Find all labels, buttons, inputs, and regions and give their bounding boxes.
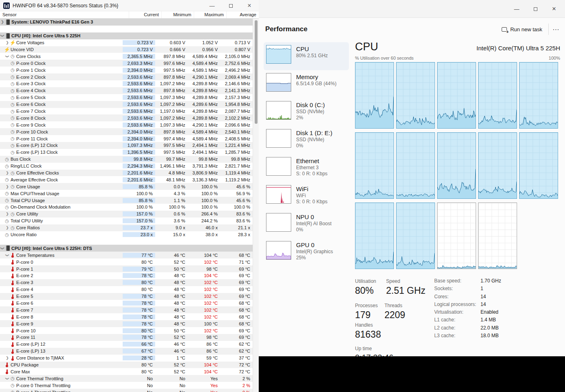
core-graph-1[interactable] — [396, 62, 435, 129]
sensor-row[interactable]: ◷Max CPU/Thread Usage100.0 %4.3 %100.0 %… — [0, 190, 253, 197]
sensor-row[interactable]: ◷E-core 5 Clock2,593.6 MHz1,097.3 MHz4,2… — [0, 94, 253, 101]
sidebar-item-cpu[interactable]: CPU80% 2.51 GHz — [264, 42, 349, 70]
expander-chevron[interactable]: ❯ — [0, 33, 4, 38]
core-graph-11[interactable] — [396, 202, 435, 269]
sensor-row[interactable]: ◷Average Effective Clock2,201.6 MHz48.1 … — [0, 176, 253, 183]
core-graph-12-parked[interactable] — [437, 202, 476, 269]
sensor-row[interactable]: ⚡Uncore VID0.723 V0.666 V0.956 V0.807 V — [0, 46, 253, 53]
core-graph-7[interactable] — [437, 132, 476, 199]
sensor-row[interactable]: ◷E-core 4 Clock2,593.6 MHz897.8 MHz4,289… — [0, 87, 253, 94]
sensor-row[interactable]: ◷E-core 3 Clock2,593.6 MHz1,097.2 MHz4,2… — [0, 80, 253, 87]
more-options-button[interactable]: ... — [550, 23, 562, 35]
hwinfo-minimize-button[interactable]: — — [203, 0, 221, 11]
sensor-row[interactable]: E-core 778 °C48 °C102 °C68 °C — [0, 306, 253, 313]
expander-chevron[interactable]: ❯ — [5, 185, 10, 189]
core-graph-9[interactable] — [519, 132, 558, 199]
sensor-row[interactable]: ◷P-core 0 Thermal ThrottlingNoNoYes2 % — [0, 382, 253, 389]
sensor-row[interactable]: ◷Bus Clock99.8 MHz99.7 MHz99.8 MHz99.8 M… — [0, 156, 253, 163]
sensor-row[interactable]: ◷P-core 0 Clock2,693.3 MHz997.6 MHz4,589… — [0, 60, 253, 67]
section-header-row[interactable]: ❯CPU [#0]: Intel Core Ultra 5 225H — [0, 32, 253, 39]
sensor-row[interactable]: ◷P-core 1 Clock2,394.0 MHz997.5 MHz4,589… — [0, 67, 253, 73]
sensor-row[interactable]: ◷Total CPU Usage85.8 %1.1 %100.0 %45.6 % — [0, 197, 253, 204]
sensor-row[interactable]: ❯◷Core Effective Clocks2,201.6 MHz4.8 MH… — [0, 170, 253, 177]
sensor-row[interactable]: E-core 380 °C48 °C102 °C69 °C — [0, 279, 253, 286]
sensor-row[interactable]: ◷On-Demand Clock Modulation100.0 %100.0 … — [0, 204, 253, 211]
sensor-row[interactable]: E-core 678 °C48 °C102 °C68 °C — [0, 300, 253, 307]
sidebar-item-gpu-0[interactable]: GPU 0Intel(R) Graphics25% — [264, 238, 349, 266]
sensor-row[interactable]: ◷Total CPU Utility157.0 %3.6 %244.2 %83.… — [0, 218, 253, 224]
sensor-row[interactable]: CPU Package80 °C52 °C104 °C72 °C — [0, 362, 253, 368]
hwinfo-close-button[interactable]: × — [240, 0, 259, 11]
expander-chevron[interactable]: ❯ — [5, 212, 10, 216]
sensor-row[interactable]: ❯◷Core Clocks2,365.5 MHz897.8 MHz4,589.4… — [0, 53, 253, 60]
sensor-row[interactable]: ❯Core Temperatures77 °C46 °C104 °C68 °C — [0, 252, 253, 258]
core-graph-3[interactable] — [478, 62, 517, 129]
sensor-row[interactable]: E-core 578 °C48 °C102 °C69 °C — [0, 293, 253, 300]
sensor-row[interactable]: ◷E-core 8 Clock2,593.6 MHz1,097.2 MHz4,2… — [0, 114, 253, 121]
expander-chevron[interactable]: ❯ — [0, 20, 5, 24]
sensor-row[interactable]: ◷E-core 7 Clock2,593.6 MHz1,197.0 MHz4,2… — [0, 108, 253, 115]
column-average[interactable]: Average — [226, 11, 259, 18]
core-graph-5[interactable] — [355, 132, 394, 199]
sensor-row[interactable]: P-core 179 °C50 °C98 °C69 °C — [0, 265, 253, 272]
sensor-row[interactable]: E-core (LP) 1367 °C46 °C86 °C62 °C — [0, 348, 253, 355]
sensor-row[interactable]: ❯◷Core Thermal ThrottlingNoNoYes2 % — [0, 375, 253, 382]
expander-chevron[interactable]: ❯ — [5, 376, 9, 381]
core-graph-4[interactable] — [519, 62, 558, 129]
core-graph-13-parked[interactable] — [478, 202, 517, 269]
sensor-row[interactable]: ◷E-core (LP) 13 Clock1,396.5 MHz997.5 MH… — [0, 149, 253, 156]
core-graph-6[interactable] — [396, 132, 435, 199]
hwinfo-scrollbar-thumb[interactable] — [255, 20, 258, 124]
hwinfo-scrollbar[interactable] — [253, 19, 259, 392]
tm-maximize-button[interactable] — [526, 0, 545, 18]
column-sensor[interactable]: Sensor — [0, 11, 129, 18]
expander-chevron[interactable]: ❯ — [5, 41, 10, 45]
core-graph-10[interactable] — [355, 202, 394, 269]
column-minimum[interactable]: Minimum — [161, 11, 194, 18]
expander-chevron[interactable]: ❯ — [0, 246, 4, 251]
expander-chevron[interactable]: ❯ — [5, 356, 10, 360]
core-graph-8[interactable] — [478, 132, 517, 199]
sensor-row[interactable]: ❯⚡Core Voltages0.723 V0.603 V1.052 V0.71… — [0, 39, 253, 46]
sensor-row[interactable]: E-core 480 °C48 °C102 °C69 °C — [0, 286, 253, 293]
tm-minimize-button[interactable]: — — [507, 0, 526, 18]
expander-chevron[interactable]: ❯ — [5, 253, 9, 258]
sensor-row[interactable]: E-core (LP) 1266 °C46 °C86 °C62 °C — [0, 341, 253, 348]
sidebar-item-disk-0-c[interactable]: Disk 0 (C:)SSD (NVMe)2% — [264, 98, 349, 126]
sensor-row[interactable]: E-core 878 °C48 °C102 °C68 °C — [0, 313, 253, 320]
tm-close-button[interactable]: × — [545, 0, 563, 18]
sidebar-item-npu-0[interactable]: NPU 0Intel(R) AI Boost0% — [264, 210, 349, 238]
sensor-row[interactable]: ◷E-core 2 Clock2,593.6 MHz897.8 MHz4,290… — [0, 73, 253, 80]
sensor-row[interactable]: ◷P-core 10 Clock2,394.0 MHz897.8 MHz4,58… — [0, 128, 253, 135]
sensor-row[interactable]: ◷Uncore Ratio23.0 x15.0 x38.0 x28.3 x — [0, 231, 253, 238]
sidebar-item-wifi[interactable]: WiFiWiFiS: 0 R: 0 Kbps — [264, 182, 349, 210]
sensor-row[interactable]: P-core 080 °C52 °C102 °C71 °C — [0, 258, 253, 265]
sidebar-item-ethernet[interactable]: EthernetEthernet 3S: 0 R: 0 Kbps — [264, 154, 349, 182]
task-manager-titlebar[interactable]: — × — [259, 0, 565, 18]
sidebar-item-memory[interactable]: Memory6.5/14.9 GB (44%) — [264, 70, 349, 98]
core-graph-0[interactable] — [355, 62, 394, 129]
hwinfo-titlebar[interactable]: HWiNFO® 64 v8.34-5870 Sensors Status {0.… — [0, 0, 259, 11]
section-header-row[interactable]: ❯CPU [#0]: Intel Core Ultra 5 225H: DTS — [0, 245, 253, 252]
sensor-row[interactable]: ❯Core Distance to TjMAX28 °C1 °C59 °C37 … — [0, 355, 253, 362]
core-graph-2[interactable] — [437, 62, 476, 129]
sensor-row[interactable]: ◷P-core 1 Thermal ThrottlingNoNoYes0 % — [0, 389, 253, 392]
sensor-row[interactable]: ❯◷Core Utility157.0 %0.6 %266.4 %83.6 % — [0, 211, 253, 218]
sensor-row[interactable]: ◷E-core 6 Clock2,593.6 MHz1,097.2 MHz4,2… — [0, 101, 253, 108]
hwinfo-maximize-button[interactable] — [221, 0, 240, 11]
section-header-row[interactable]: ❯System: LENOVO ThinkPad E16 Gen 3 — [0, 19, 253, 26]
sensor-row[interactable]: E-core 978 °C48 °C100 °C68 °C — [0, 320, 253, 327]
sensor-row[interactable]: Core Max80 °C52 °C104 °C72 °C — [0, 368, 253, 375]
sensor-row[interactable]: ◷E-core (LP) 12 Clock1,097.3 MHz997.5 MH… — [0, 142, 253, 149]
column-current[interactable]: Current — [129, 11, 161, 18]
sensor-row[interactable]: ◷Ring/LLC Clock2,294.3 MHz1,496.1 MHz3,7… — [0, 163, 253, 170]
expander-chevron[interactable]: ❯ — [5, 226, 10, 230]
sidebar-item-disk-1-d-e[interactable]: Disk 1 (D: E:)SSD (NVMe)0% — [264, 126, 349, 154]
sensor-row[interactable]: ◷P-core 11 Clock2,394.0 MHz997.4 MHz4,58… — [0, 135, 253, 142]
expander-chevron[interactable]: ❯ — [5, 171, 10, 175]
column-maximum[interactable]: Maximum — [194, 11, 226, 18]
sensor-row[interactable]: ❯◷Core Usage85.8 %0.0 %100.0 %45.6 % — [0, 183, 253, 190]
expander-chevron[interactable]: ❯ — [5, 54, 9, 59]
sensor-row[interactable]: E-core 278 °C48 °C104 °C69 °C — [0, 272, 253, 279]
sensor-row[interactable]: P-core 1178 °C52 °C98 °C69 °C — [0, 334, 253, 341]
